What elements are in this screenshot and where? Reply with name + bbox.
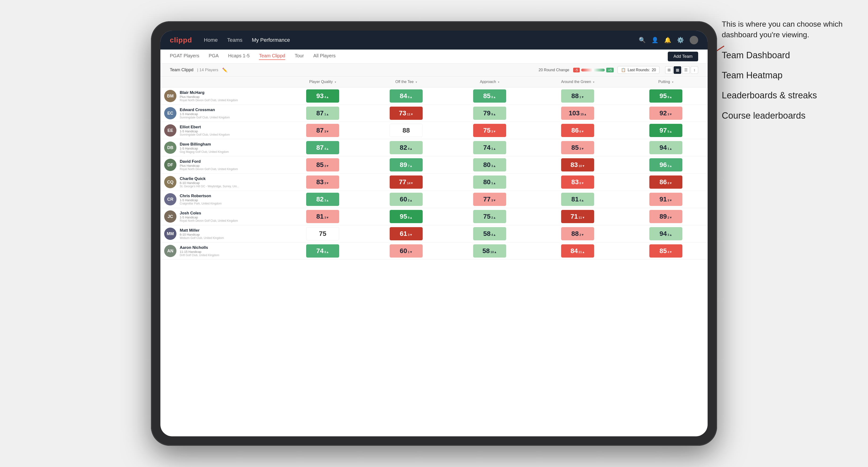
settings-icon[interactable]: ⚙️ bbox=[677, 37, 684, 43]
table-row[interactable]: CQ Charlie Quick 6-10 Handicap St. Georg… bbox=[160, 174, 708, 191]
sub-nav-item-tour[interactable]: Tour bbox=[294, 53, 304, 60]
sort-button[interactable]: ↕ bbox=[691, 66, 698, 74]
table-row[interactable]: DF David Ford Plus Handicap Royal North … bbox=[160, 156, 708, 174]
sub-nav-item-all-players[interactable]: All Players bbox=[313, 53, 335, 60]
score-cell-around: 85 3▼ bbox=[531, 139, 624, 156]
table-row[interactable]: CR Chris Robertson 1-5 Handicap Craigmil… bbox=[160, 191, 708, 208]
player-name: Edward Crossman bbox=[180, 107, 230, 112]
score-box: 77 14▼ bbox=[390, 176, 423, 189]
player-club: Woburn Golf Club, United Kingdom bbox=[180, 236, 224, 240]
score-inner: 88 bbox=[402, 127, 410, 134]
table-row[interactable]: EC Edward Crossman 1-5 Handicap Sunningd… bbox=[160, 105, 708, 122]
badge-neg: -5 bbox=[573, 68, 580, 72]
score-num: 96 bbox=[659, 161, 667, 168]
score-box: 88 1▼ bbox=[561, 89, 594, 102]
score-box: 93 4▲ bbox=[306, 89, 339, 102]
score-box: 83 6▼ bbox=[561, 176, 594, 189]
edit-icon[interactable]: ✏️ bbox=[222, 67, 227, 73]
score-box: 79 9▲ bbox=[473, 106, 506, 120]
search-icon[interactable]: 🔍 bbox=[639, 37, 646, 43]
score-num: 81 bbox=[571, 195, 579, 203]
score-inner: 82 4▲ bbox=[400, 144, 412, 151]
tablet-frame: clippd HomeTeamsMy Performance 🔍 👤 🔔 ⚙️ … bbox=[151, 21, 717, 446]
list-view-button[interactable]: ☰ bbox=[682, 66, 690, 74]
score-cell-approach: 80 3▲ bbox=[448, 156, 531, 174]
col-header-off-tee[interactable]: Off the Tee ▾ bbox=[365, 76, 448, 88]
player-handicap: Plus Handicap bbox=[180, 164, 238, 167]
player-handicap: 1-5 Handicap bbox=[180, 216, 238, 219]
user-avatar[interactable] bbox=[690, 36, 698, 44]
grid-view-button[interactable]: ⊞ bbox=[665, 66, 673, 74]
round-change-badges: -5 +5 bbox=[573, 68, 614, 72]
score-inner: 82 3▲ bbox=[316, 195, 329, 203]
player-handicap: 11-15 Handicap bbox=[180, 250, 219, 253]
score-box: 75 bbox=[306, 227, 339, 240]
score-inner: 77 14▼ bbox=[399, 178, 413, 186]
col-header-around[interactable]: Around the Green ▾ bbox=[531, 76, 624, 88]
score-box: 60 2▲ bbox=[390, 193, 423, 206]
player-handicap: 1-5 Handicap bbox=[180, 147, 229, 150]
score-box: 83 3▼ bbox=[306, 176, 339, 189]
player-club: Royal North Devon Golf Club, United King… bbox=[180, 99, 238, 102]
table-row[interactable]: JC Josh Coles 1-5 Handicap Royal North D… bbox=[160, 208, 708, 225]
player-avatar: EC bbox=[164, 107, 177, 119]
nav-items: HomeTeamsMy Performance bbox=[204, 37, 639, 43]
player-cell: JC Josh Coles 1-5 Handicap Royal North D… bbox=[160, 208, 281, 225]
annotation-list-item: Team Dashboard bbox=[722, 50, 854, 61]
player-name: David Ford bbox=[180, 159, 238, 164]
score-cell-approach: 77 3▼ bbox=[448, 191, 531, 208]
sub-nav-item-team-clippd[interactable]: Team Clippd bbox=[259, 53, 285, 60]
score-cell-off_tee: 61 3▼ bbox=[365, 225, 448, 243]
score-num: 60 bbox=[400, 247, 407, 255]
score-cell-around: 83 6▼ bbox=[531, 174, 624, 191]
last-rounds-label: Last Rounds: bbox=[628, 68, 650, 72]
table-row[interactable]: AN Aaron Nicholls 11-15 Handicap Drift G… bbox=[160, 243, 708, 260]
sub-nav-item-pga[interactable]: PGA bbox=[209, 53, 219, 60]
sub-nav-item-hcaps-1-5[interactable]: Hcaps 1-5 bbox=[228, 53, 250, 60]
score-num: 89 bbox=[659, 213, 667, 220]
score-cell-quality: 75 bbox=[281, 225, 365, 243]
score-num: 92 bbox=[659, 110, 667, 117]
nav-item-my-performance[interactable]: My Performance bbox=[252, 37, 290, 43]
score-box: 77 3▼ bbox=[473, 193, 506, 206]
score-box: 80 3▲ bbox=[473, 158, 506, 172]
player-avatar: MM bbox=[164, 228, 177, 240]
heatmap-view-button[interactable]: ▦ bbox=[674, 66, 681, 74]
score-inner: 103 15▲ bbox=[569, 110, 587, 117]
sub-nav-item-pgat-players[interactable]: PGAT Players bbox=[170, 53, 199, 60]
score-box: 61 3▼ bbox=[390, 227, 423, 240]
table-row[interactable]: DB Dave Billingham 1-5 Handicap Gog Mago… bbox=[160, 139, 708, 156]
score-cell-around: 84 21▲ bbox=[531, 243, 624, 260]
player-info: Josh Coles 1-5 Handicap Royal North Devo… bbox=[180, 211, 238, 222]
col-header-approach[interactable]: Approach ▾ bbox=[448, 76, 531, 88]
player-name: Chris Robertson bbox=[180, 194, 221, 198]
col-header-quality[interactable]: Player Quality ▾ bbox=[281, 76, 365, 88]
nav-item-teams[interactable]: Teams bbox=[227, 37, 243, 43]
score-num: 74 bbox=[483, 144, 491, 151]
nav-item-home[interactable]: Home bbox=[204, 37, 218, 43]
player-handicap: 1-5 Handicap bbox=[180, 112, 230, 116]
score-inner: 95 9▲ bbox=[659, 92, 672, 100]
table-row[interactable]: EE Elliot Ebert 1-5 Handicap Sunningdale… bbox=[160, 122, 708, 139]
score-cell-quality: 81 3▼ bbox=[281, 208, 365, 225]
last-rounds-button[interactable]: 📋 Last Rounds: 20 bbox=[618, 66, 659, 74]
user-icon[interactable]: 👤 bbox=[651, 37, 658, 43]
heatmap-table[interactable]: Player Quality ▾ Off the Tee ▾ Approach … bbox=[160, 76, 708, 436]
score-inner: 80 3▲ bbox=[483, 161, 496, 168]
score-num: 91 bbox=[659, 195, 667, 203]
annotation-list-item: Team Heatmap bbox=[722, 69, 854, 81]
score-num: 75 bbox=[319, 230, 327, 238]
sort-icon: ▾ bbox=[672, 81, 673, 84]
score-cell-putting: 89 2▼ bbox=[624, 208, 708, 225]
score-num: 94 bbox=[659, 230, 667, 238]
table-row[interactable]: BM Blair McHarg Plus Handicap Royal Nort… bbox=[160, 88, 708, 105]
col-header-putting[interactable]: Putting ▾ bbox=[624, 76, 708, 88]
add-team-button[interactable]: Add Team bbox=[668, 52, 698, 61]
bell-icon[interactable]: 🔔 bbox=[664, 37, 671, 43]
table-row[interactable]: MM Matt Miller 6-10 Handicap Woburn Golf… bbox=[160, 225, 708, 243]
score-num: 85 bbox=[571, 144, 579, 151]
score-cell-around: 86 6▼ bbox=[531, 122, 624, 139]
score-cell-around: 83 10▼ bbox=[531, 156, 624, 174]
score-cell-putting: 94 3▲ bbox=[624, 225, 708, 243]
player-name: Blair McHarg bbox=[180, 90, 238, 95]
